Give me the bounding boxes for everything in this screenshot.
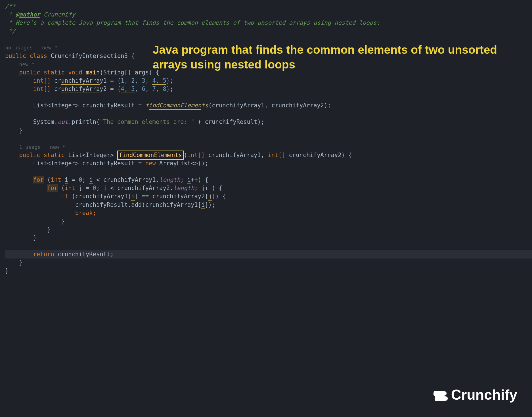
- code-line[interactable]: for (int j = 0; j < crunchifyArray2.leng…: [5, 184, 532, 192]
- code-line[interactable]: }: [5, 226, 532, 234]
- kw-int: int: [51, 176, 61, 183]
- ret-type: List<Integer>: [68, 152, 114, 159]
- code-line[interactable]: break;: [5, 209, 532, 217]
- code-line[interactable]: }: [5, 267, 532, 275]
- kw-int: int: [65, 185, 75, 191]
- code-line: [5, 110, 532, 118]
- print-string: "The common elements are: ": [100, 118, 194, 125]
- var-result: crunchifyResult: [75, 201, 128, 208]
- kw-intarr: int[]: [187, 152, 205, 159]
- kw-for: for: [33, 176, 44, 184]
- code-line: [5, 168, 532, 176]
- main-args: String[] args: [103, 69, 149, 76]
- brace-close: }: [5, 267, 9, 274]
- code-line: [5, 135, 532, 143]
- kw-if: if: [61, 193, 68, 200]
- kw-break: break;: [75, 210, 96, 216]
- code-line[interactable]: */: [5, 27, 532, 35]
- method-findcommon: findCommonElements: [117, 151, 184, 160]
- brace-close: }: [19, 127, 22, 134]
- code-line[interactable]: * @author Crunchify: [5, 11, 532, 19]
- num-zero: 0: [93, 185, 96, 191]
- brace-close: }: [47, 226, 51, 233]
- code-line[interactable]: List<Integer> crunchifyResult = findComm…: [5, 101, 532, 110]
- crunchify-logo: Crunchify: [432, 385, 517, 405]
- crunchify-icon: [432, 387, 448, 403]
- brace-close: }: [19, 259, 22, 266]
- code-line[interactable]: /**: [5, 2, 532, 11]
- kw-void: void: [68, 69, 82, 76]
- hint-main: new *: [19, 61, 34, 67]
- var-arr1: crunchifyArray1: [75, 193, 128, 200]
- doc-author-name: Crunchify: [40, 11, 75, 18]
- arg-arr2: crunchifyArray2: [271, 102, 324, 109]
- var-j: j: [79, 185, 82, 192]
- code-line[interactable]: }: [5, 217, 532, 226]
- kw-for: for: [47, 184, 58, 192]
- method-add: add: [131, 201, 142, 208]
- kw-intarr: int[]: [33, 77, 51, 84]
- kw-static: static: [44, 152, 65, 159]
- var-result: crunchifyResult: [82, 160, 135, 167]
- code-line[interactable]: * Here's a complete Java program that fi…: [5, 19, 532, 27]
- code-editor[interactable]: /** * @author Crunchify * Here's a compl…: [0, 0, 532, 275]
- doc-open: /**: [5, 3, 16, 10]
- var-i: i: [201, 201, 205, 209]
- kw-new: new: [145, 160, 156, 167]
- var-j: j: [208, 193, 212, 201]
- kw-public: public: [5, 53, 26, 59]
- array1-values: {1, 2, 3, 4, 5}: [117, 77, 170, 85]
- brace-open: {: [128, 53, 135, 59]
- doc-author-prefix: *: [5, 11, 16, 18]
- var-result: crunchifyResult: [58, 251, 110, 258]
- param-arr1: crunchifyArray1: [208, 152, 261, 159]
- call-findcommon: findCommonElements: [145, 102, 208, 110]
- brace-close: }: [33, 234, 37, 241]
- kw-return: return: [33, 251, 54, 258]
- class-name: CrunchifyIntersection3: [51, 53, 128, 59]
- inlay-hint[interactable]: 1 usage new *: [5, 143, 532, 151]
- code-line[interactable]: }: [5, 234, 532, 242]
- kw-class: class: [30, 53, 47, 59]
- field-length: length: [159, 176, 180, 183]
- kw-intarr: int[]: [268, 152, 285, 159]
- code-line[interactable]: int[] crunchifyArray1 = {1, 2, 3, 4, 5};: [5, 77, 532, 85]
- kw-static: static: [44, 69, 65, 76]
- code-line[interactable]: crunchifyResult.add(crunchifyArray1[i]);: [5, 201, 532, 209]
- var-j: j: [201, 185, 205, 192]
- code-line[interactable]: if (crunchifyArray1[i] == crunchifyArray…: [5, 192, 532, 201]
- arg-arr1: crunchifyArray1: [212, 102, 264, 109]
- crunchify-logo-text: Crunchify: [451, 385, 517, 405]
- field-out: out: [58, 118, 68, 125]
- doc-author-tag: @author: [16, 11, 40, 18]
- param-arr2: crunchifyArray2: [289, 152, 341, 159]
- code-line[interactable]: System.out.println("The common elements …: [5, 118, 532, 126]
- code-line[interactable]: }: [5, 126, 532, 135]
- doc-close: */: [5, 28, 16, 34]
- var-result: crunchifyResult: [82, 102, 135, 109]
- hint-class: no usages new *: [5, 45, 57, 51]
- code-line[interactable]: for (int i = 0; i < crunchifyArray1.leng…: [5, 176, 532, 184]
- var-arr1: crunchifyArray1: [103, 176, 156, 183]
- kw-public: public: [19, 69, 40, 76]
- field-length: length: [173, 185, 194, 191]
- var-i: i: [131, 193, 135, 201]
- code-line[interactable]: }: [5, 258, 532, 267]
- code-line[interactable]: public static List<Integer> findCommonEl…: [5, 151, 532, 159]
- hint-method: 1 usage new *: [19, 144, 65, 150]
- code-line[interactable]: int[] crunchifyArray2 = {4, 5, 6, 7, 8};: [5, 85, 532, 93]
- code-line: [5, 242, 532, 250]
- kw-intarr: int[]: [33, 86, 51, 92]
- code-line[interactable]: List<Integer> crunchifyResult = new Arra…: [5, 159, 532, 168]
- array2-values: {4, 5, 6, 7, 8}: [117, 86, 170, 93]
- var-arr1: crunchifyArray1: [145, 201, 198, 208]
- type-list-integer: List<Integer>: [33, 160, 79, 167]
- ctor-arraylist: ArrayList<>(): [159, 160, 205, 167]
- type-list-integer: List<Integer>: [33, 102, 79, 109]
- doc-desc: * Here's a complete Java program that fi…: [5, 19, 380, 26]
- var-j: j: [103, 185, 107, 192]
- heading-overlay: Java program that finds the common eleme…: [153, 43, 499, 72]
- code-line-highlighted[interactable]: return crunchifyResult;: [5, 250, 532, 258]
- var-i: i: [187, 176, 191, 184]
- var-arr1: crunchifyArray1: [54, 77, 107, 85]
